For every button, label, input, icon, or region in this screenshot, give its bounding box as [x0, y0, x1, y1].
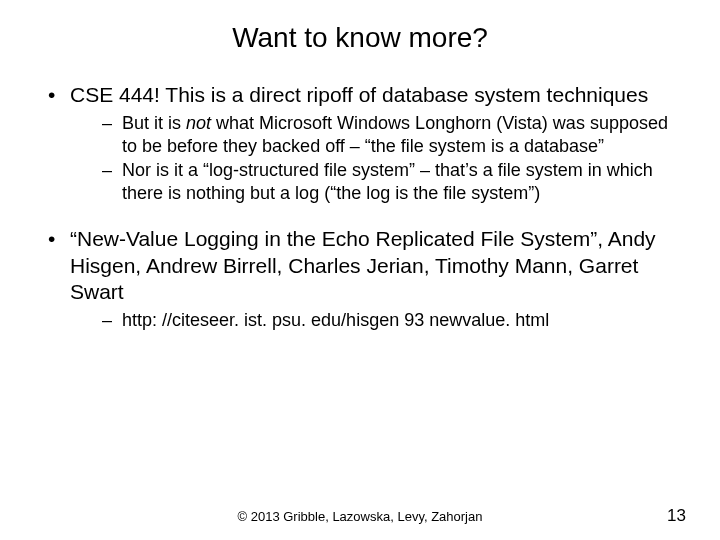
bullet-item-1: CSE 444! This is a direct ripoff of data… [40, 82, 680, 204]
bullet-text: “New-Value Logging in the Echo Replicate… [70, 227, 656, 303]
footer-copyright: © 2013 Gribble, Lazowska, Levy, Zahorjan [0, 509, 720, 524]
sub-bullet-text-pre: But it is [122, 113, 186, 133]
slide-content: CSE 444! This is a direct ripoff of data… [0, 64, 720, 332]
sub-bullet-list: http: //citeseer. ist. psu. edu/hisgen 9… [70, 309, 680, 332]
sub-bullet-text-em: not [186, 113, 211, 133]
sub-bullet-item: Nor is it a “log-structured file system”… [98, 159, 680, 204]
sub-bullet-item: But it is not what Microsoft Windows Lon… [98, 112, 680, 157]
page-number: 13 [667, 506, 686, 526]
slide-title: Want to know more? [0, 0, 720, 64]
bullet-list: CSE 444! This is a direct ripoff of data… [40, 82, 680, 332]
sub-bullet-item: http: //citeseer. ist. psu. edu/hisgen 9… [98, 309, 680, 332]
sub-bullet-text: http: //citeseer. ist. psu. edu/hisgen 9… [122, 310, 549, 330]
slide: Want to know more? CSE 444! This is a di… [0, 0, 720, 540]
bullet-item-2: “New-Value Logging in the Echo Replicate… [40, 226, 680, 331]
bullet-text: CSE 444! This is a direct ripoff of data… [70, 83, 648, 106]
sub-bullet-list: But it is not what Microsoft Windows Lon… [70, 112, 680, 204]
sub-bullet-text: Nor is it a “log-structured file system”… [122, 160, 653, 203]
